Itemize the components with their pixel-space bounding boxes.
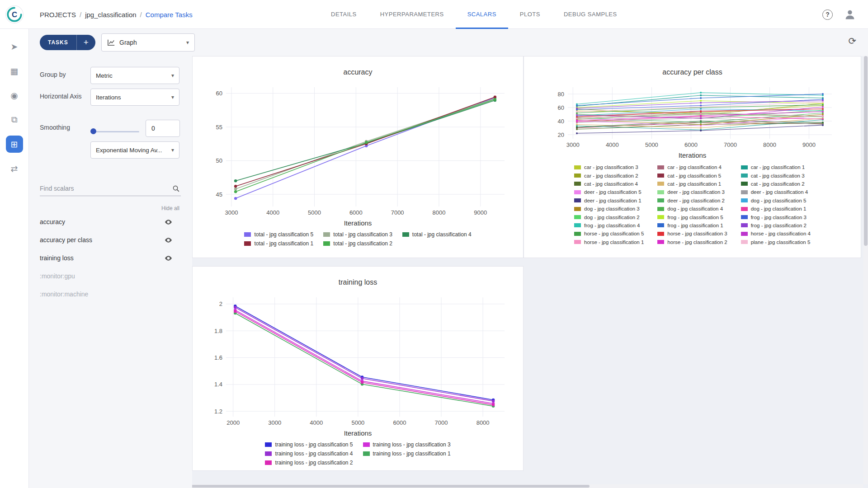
legend-item[interactable]: dog - jpg classification 4 [657,206,727,211]
nav-icon-getting-started[interactable]: ➤ [6,38,23,55]
legend-item[interactable]: deer - jpg classification 4 [741,189,811,195]
series-point[interactable] [576,127,578,128]
series-point[interactable] [821,106,823,108]
series-point[interactable] [360,381,363,384]
series-point[interactable] [700,124,702,126]
series-point[interactable] [576,108,578,109]
legend-item[interactable]: cat - jpg classification 2 [741,181,811,187]
scrollbar-thumb[interactable] [864,56,868,246]
eye-visibility-icon[interactable] [164,236,173,244]
legend-item[interactable]: deer - jpg classification 2 [657,198,727,203]
legend-item[interactable]: car - jpg classification 3 [574,164,644,170]
legend-item[interactable]: training loss - jpg classification 5 [265,441,353,448]
series-point[interactable] [576,105,578,107]
series-point[interactable] [700,92,702,94]
tab-debug-samples[interactable]: DEBUG SAMPLES [552,0,629,29]
smoothing-value-input[interactable] [146,120,180,137]
group-by-dropdown[interactable]: Metric ▾ [90,67,179,84]
vertical-scrollbar[interactable] [863,29,868,484]
series-point[interactable] [234,185,236,188]
legend-item[interactable]: horse - jpg classification 4 [741,231,811,236]
series-point[interactable] [700,102,702,104]
auto-refresh-icon[interactable]: ⟳ [848,36,856,46]
metric-item-training-loss[interactable]: training loss [29,249,192,267]
legend-item[interactable]: horse - jpg classification 3 [657,231,727,236]
legend-item[interactable]: frog - jpg classification 1 [657,223,727,228]
nav-icon-projects[interactable]: ▦ [6,62,23,80]
nav-icon-workers[interactable]: ◉ [6,87,23,104]
series-point[interactable] [700,122,702,123]
smoothing-slider[interactable] [90,128,139,135]
hide-all-link[interactable]: Hide all [161,205,179,211]
series-point[interactable] [234,310,236,313]
series-point[interactable] [700,130,702,131]
nav-icon-datasets[interactable]: ⧉ [6,111,23,128]
series-point[interactable] [821,108,823,110]
eye-visibility-icon[interactable] [164,218,173,226]
series-point[interactable] [821,104,823,106]
search-input[interactable] [40,182,167,195]
series-point[interactable] [700,100,702,102]
tab-scalars[interactable]: SCALARS [456,0,508,29]
series-point[interactable] [700,94,702,96]
nav-icon-pipelines-active[interactable]: ⊞ [6,136,23,153]
legend-item[interactable]: total - jpg classification 2 [323,240,392,247]
series-point[interactable] [700,106,702,108]
help-icon[interactable]: ? [822,9,833,20]
series-point[interactable] [700,115,702,117]
series-point[interactable] [821,101,823,103]
legend-item[interactable]: dog - jpg classification 3 [574,206,644,211]
legend-item[interactable]: dog - jpg classification 5 [741,198,811,203]
search-icon[interactable] [172,185,180,194]
legend-item[interactable]: horse - jpg classification 1 [574,239,644,245]
legend-item[interactable]: training loss - jpg classification 1 [363,450,451,457]
legend-item[interactable]: car - jpg classification 1 [741,164,811,170]
metric-item-accuracy-per-class[interactable]: accuracy per class [29,231,192,249]
metric-item-monitor-machine[interactable]: :monitor:machine [29,285,192,303]
legend-item[interactable]: deer - jpg classification 1 [574,198,644,203]
series-point[interactable] [491,404,494,406]
tasks-button[interactable]: TASKS [40,35,76,50]
legend-item[interactable]: cat - jpg classification 3 [741,173,811,178]
tab-details[interactable]: DETAILS [319,0,368,29]
add-task-button[interactable]: + [76,35,95,50]
metric-item-monitor-gpu[interactable]: :monitor:gpu [29,267,192,285]
horizontal-axis-dropdown[interactable]: Iterations ▾ [90,89,179,106]
series-point[interactable] [234,188,236,190]
series-point[interactable] [821,124,823,126]
smoothing-type-dropdown[interactable]: Exponential Moving Av... ▾ [90,141,179,159]
series-point[interactable] [700,111,702,113]
legend-item[interactable]: training loss - jpg classification 3 [363,441,451,448]
series-point[interactable] [360,377,363,380]
legend-item[interactable]: total - jpg classification 5 [244,231,313,238]
series-point[interactable] [576,124,578,126]
chart-canvas-accuracy[interactable]: 300040005000600070008000900045505560 [204,83,512,218]
series-point[interactable] [234,190,236,193]
breadcrumb-projects[interactable]: PROJECTS [40,11,76,19]
legend-item[interactable]: cat - jpg classification 1 [657,181,727,187]
series-point[interactable] [821,118,823,120]
legend-item[interactable]: total - jpg classification 4 [402,231,472,238]
legend-item[interactable]: car - jpg classification 2 [574,173,644,178]
chart-canvas-training-loss[interactable]: 20003000400050006000700080001.21.41.61.8… [204,293,512,428]
user-avatar-icon[interactable] [844,8,856,21]
legend-item[interactable]: dog - jpg classification 2 [574,214,644,220]
series-point[interactable] [821,122,823,123]
breadcrumb-project[interactable]: jpg_classification [85,11,136,19]
series-point[interactable] [700,97,702,99]
series-point[interactable] [493,98,496,101]
legend-item[interactable]: plane - jpg classification 5 [741,239,811,245]
series-point[interactable] [576,120,578,122]
series-point[interactable] [700,113,702,115]
clearml-logo[interactable]: C [5,5,24,24]
series-point[interactable] [576,128,578,130]
legend-item[interactable]: training loss - jpg classification 4 [265,450,353,457]
view-mode-dropdown[interactable]: Graph ▾ [101,33,195,52]
series-point[interactable] [234,179,236,182]
series-point[interactable] [576,114,578,116]
eye-visibility-icon[interactable] [164,254,173,263]
chart-canvas-accuracy-per-class[interactable]: 300040005000600070008000900020406080 [546,83,839,150]
nav-icon-reports[interactable]: ⇄ [6,160,23,177]
series-point[interactable] [821,116,823,117]
legend-item[interactable]: total - jpg classification 1 [244,240,313,247]
